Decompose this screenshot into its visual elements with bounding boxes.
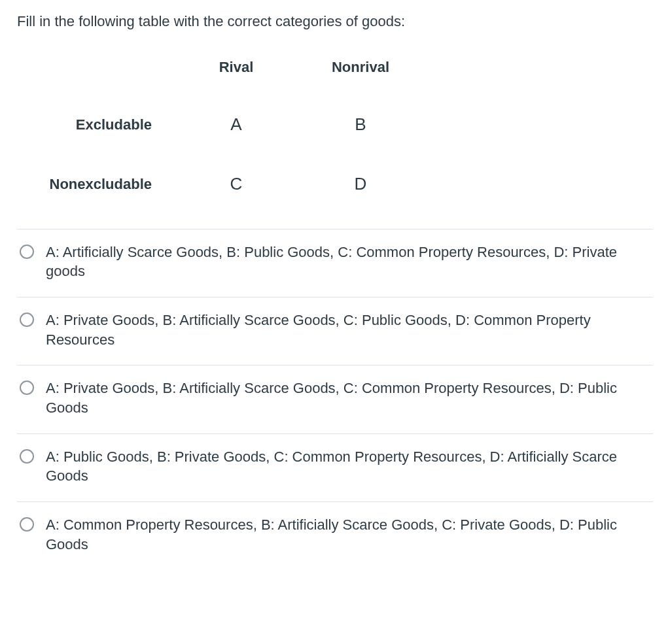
question-container: Fill in the following table with the cor… (0, 0, 670, 589)
radio-icon[interactable] (20, 313, 34, 327)
radio-icon[interactable] (20, 449, 34, 464)
answer-text: A: Public Goods, B: Private Goods, C: Co… (46, 447, 650, 486)
answer-text: A: Private Goods, B: Artificially Scarce… (46, 379, 650, 417)
answer-text: A: Artificially Scarce Goods, B: Public … (46, 243, 650, 281)
answer-options: A: Artificially Scarce Goods, B: Public … (17, 229, 653, 570)
answer-text: A: Private Goods, B: Artificially Scarce… (46, 311, 650, 349)
col-header-nonrival: Nonrival (298, 58, 423, 77)
question-prompt: Fill in the following table with the cor… (17, 12, 653, 31)
answer-option[interactable]: A: Private Goods, B: Artificially Scarce… (17, 365, 653, 433)
cell-a: A (174, 113, 298, 136)
cell-d: D (298, 173, 423, 195)
answer-option[interactable]: A: Common Property Resources, B: Artific… (17, 502, 653, 569)
answer-option[interactable]: A: Artificially Scarce Goods, B: Public … (17, 229, 653, 297)
answer-option[interactable]: A: Private Goods, B: Artificially Scarce… (17, 297, 653, 365)
goods-table: Rival Nonrival Excludable A B Nonexcluda… (17, 58, 653, 196)
answer-option[interactable]: A: Public Goods, B: Private Goods, C: Co… (17, 434, 653, 502)
col-header-rival: Rival (174, 58, 298, 77)
radio-icon[interactable] (20, 517, 34, 532)
answer-text: A: Common Property Resources, B: Artific… (46, 515, 650, 554)
radio-icon[interactable] (20, 245, 34, 259)
cell-c: C (174, 173, 298, 195)
row-header-excludable: Excludable (17, 115, 174, 135)
row-header-nonexcludable: Nonexcludable (17, 175, 174, 194)
radio-icon[interactable] (20, 381, 34, 395)
cell-b: B (298, 113, 423, 136)
